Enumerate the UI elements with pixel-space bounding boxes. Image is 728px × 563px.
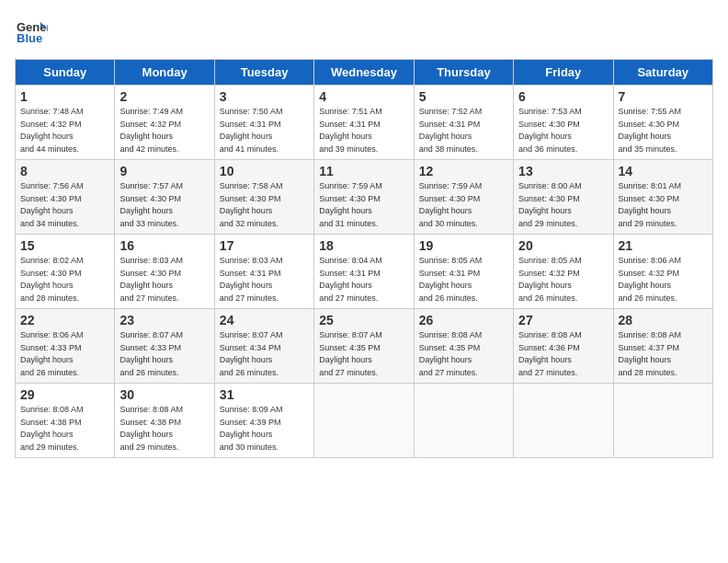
calendar-cell: 18 Sunrise: 8:04 AM Sunset: 4:31 PM Dayl… [314, 235, 414, 309]
calendar-cell: 10 Sunrise: 7:58 AM Sunset: 4:30 PM Dayl… [214, 160, 313, 235]
day-of-week-header: Sunday [16, 60, 115, 86]
calendar-cell: 30 Sunrise: 8:08 AM Sunset: 4:38 PM Dayl… [115, 384, 214, 458]
day-number: 14 [619, 164, 708, 178]
day-info: Sunrise: 7:59 AM Sunset: 4:30 PM Dayligh… [319, 180, 408, 230]
calendar-cell: 6 Sunrise: 7:53 AM Sunset: 4:30 PM Dayli… [514, 86, 613, 160]
calendar-cell: 27 Sunrise: 8:08 AM Sunset: 4:36 PM Dayl… [514, 309, 613, 384]
day-number: 21 [619, 238, 708, 253]
calendar-cell: 12 Sunrise: 7:59 AM Sunset: 4:30 PM Dayl… [414, 160, 513, 235]
calendar-cell: 22 Sunrise: 8:06 AM Sunset: 4:33 PM Dayl… [16, 309, 115, 384]
day-number: 29 [20, 387, 109, 402]
day-info: Sunrise: 7:51 AM Sunset: 4:31 PM Dayligh… [319, 106, 408, 155]
calendar-cell: 13 Sunrise: 8:00 AM Sunset: 4:30 PM Dayl… [514, 160, 613, 235]
day-number: 1 [20, 89, 109, 104]
day-info: Sunrise: 8:04 AM Sunset: 4:31 PM Dayligh… [319, 255, 408, 304]
day-number: 3 [220, 89, 309, 104]
day-of-week-header: Saturday [613, 60, 712, 86]
day-of-week-header: Monday [115, 60, 214, 86]
calendar-cell: 5 Sunrise: 7:52 AM Sunset: 4:31 PM Dayli… [414, 86, 513, 160]
calendar-cell: 25 Sunrise: 8:07 AM Sunset: 4:35 PM Dayl… [314, 309, 414, 384]
day-number: 4 [319, 89, 408, 104]
empty-cell [613, 384, 712, 458]
calendar-cell: 16 Sunrise: 8:03 AM Sunset: 4:30 PM Dayl… [115, 235, 214, 309]
day-number: 8 [20, 164, 109, 178]
calendar-cell: 4 Sunrise: 7:51 AM Sunset: 4:31 PM Dayli… [314, 86, 414, 160]
calendar-cell: 8 Sunrise: 7:56 AM Sunset: 4:30 PM Dayli… [16, 160, 115, 235]
day-number: 30 [119, 387, 209, 402]
day-info: Sunrise: 7:55 AM Sunset: 4:30 PM Dayligh… [619, 106, 708, 155]
calendar-cell: 21 Sunrise: 8:06 AM Sunset: 4:32 PM Dayl… [613, 235, 712, 309]
day-info: Sunrise: 8:08 AM Sunset: 4:38 PM Dayligh… [119, 404, 209, 454]
day-info: Sunrise: 8:03 AM Sunset: 4:31 PM Dayligh… [220, 255, 309, 304]
calendar-cell: 9 Sunrise: 7:57 AM Sunset: 4:30 PM Dayli… [115, 160, 214, 235]
calendar-cell: 15 Sunrise: 8:02 AM Sunset: 4:30 PM Dayl… [16, 235, 115, 309]
day-number: 7 [619, 89, 708, 104]
day-number: 10 [220, 164, 309, 178]
calendar-cell: 28 Sunrise: 8:08 AM Sunset: 4:37 PM Dayl… [613, 309, 712, 384]
day-number: 27 [518, 313, 608, 327]
day-number: 13 [518, 164, 608, 178]
calendar-cell: 31 Sunrise: 8:09 AM Sunset: 4:39 PM Dayl… [214, 384, 313, 458]
calendar-cell: 1 Sunrise: 7:48 AM Sunset: 4:32 PM Dayli… [16, 86, 115, 160]
calendar-cell: 26 Sunrise: 8:08 AM Sunset: 4:35 PM Dayl… [414, 309, 513, 384]
day-number: 18 [319, 238, 408, 253]
day-info: Sunrise: 7:59 AM Sunset: 4:30 PM Dayligh… [419, 180, 508, 230]
day-info: Sunrise: 8:07 AM Sunset: 4:33 PM Dayligh… [119, 329, 209, 379]
day-number: 17 [220, 238, 309, 253]
day-info: Sunrise: 7:48 AM Sunset: 4:32 PM Dayligh… [20, 106, 109, 155]
day-info: Sunrise: 8:06 AM Sunset: 4:32 PM Dayligh… [619, 255, 708, 304]
calendar-cell: 29 Sunrise: 8:08 AM Sunset: 4:38 PM Dayl… [16, 384, 115, 458]
day-of-week-header: Friday [514, 60, 613, 86]
day-number: 6 [518, 89, 608, 104]
calendar-cell: 11 Sunrise: 7:59 AM Sunset: 4:30 PM Dayl… [314, 160, 414, 235]
empty-cell [314, 384, 414, 458]
day-info: Sunrise: 8:08 AM Sunset: 4:38 PM Dayligh… [20, 404, 109, 454]
day-number: 31 [220, 387, 309, 402]
day-number: 26 [419, 313, 508, 327]
calendar-cell: 19 Sunrise: 8:05 AM Sunset: 4:31 PM Dayl… [414, 235, 513, 309]
day-number: 24 [220, 313, 309, 327]
day-number: 22 [20, 313, 109, 327]
day-info: Sunrise: 8:08 AM Sunset: 4:36 PM Dayligh… [518, 329, 608, 379]
day-number: 16 [119, 238, 209, 253]
day-info: Sunrise: 7:52 AM Sunset: 4:31 PM Dayligh… [419, 106, 508, 155]
day-info: Sunrise: 8:06 AM Sunset: 4:33 PM Dayligh… [20, 329, 109, 379]
day-info: Sunrise: 7:49 AM Sunset: 4:32 PM Dayligh… [119, 106, 209, 155]
calendar-header: SundayMondayTuesdayWednesdayThursdayFrid… [16, 60, 713, 86]
calendar-cell: 23 Sunrise: 8:07 AM Sunset: 4:33 PM Dayl… [115, 309, 214, 384]
calendar-cell: 24 Sunrise: 8:07 AM Sunset: 4:34 PM Dayl… [214, 309, 313, 384]
calendar-cell: 14 Sunrise: 8:01 AM Sunset: 4:30 PM Dayl… [613, 160, 712, 235]
day-info: Sunrise: 8:00 AM Sunset: 4:30 PM Dayligh… [518, 180, 608, 230]
day-info: Sunrise: 8:07 AM Sunset: 4:35 PM Dayligh… [319, 329, 408, 379]
day-info: Sunrise: 8:05 AM Sunset: 4:32 PM Dayligh… [518, 255, 608, 304]
day-number: 2 [119, 89, 209, 104]
calendar-cell: 3 Sunrise: 7:50 AM Sunset: 4:31 PM Dayli… [214, 86, 313, 160]
empty-cell [414, 384, 513, 458]
logo: General Blue [15, 15, 51, 48]
day-info: Sunrise: 8:03 AM Sunset: 4:30 PM Dayligh… [119, 255, 209, 304]
day-info: Sunrise: 8:09 AM Sunset: 4:39 PM Dayligh… [220, 404, 309, 454]
calendar-cell: 7 Sunrise: 7:55 AM Sunset: 4:30 PM Dayli… [613, 86, 712, 160]
day-info: Sunrise: 8:01 AM Sunset: 4:30 PM Dayligh… [619, 180, 708, 230]
logo-icon: General Blue [15, 15, 48, 48]
day-number: 9 [119, 164, 209, 178]
day-number: 23 [119, 313, 209, 327]
day-info: Sunrise: 7:56 AM Sunset: 4:30 PM Dayligh… [20, 180, 109, 230]
day-number: 25 [319, 313, 408, 327]
empty-cell [514, 384, 613, 458]
day-info: Sunrise: 7:50 AM Sunset: 4:31 PM Dayligh… [220, 106, 309, 155]
day-info: Sunrise: 8:02 AM Sunset: 4:30 PM Dayligh… [20, 255, 109, 304]
day-of-week-header: Wednesday [314, 60, 414, 86]
day-number: 19 [419, 238, 508, 253]
day-info: Sunrise: 8:08 AM Sunset: 4:35 PM Dayligh… [419, 329, 508, 379]
day-number: 20 [518, 238, 608, 253]
day-info: Sunrise: 8:08 AM Sunset: 4:37 PM Dayligh… [619, 329, 708, 379]
day-number: 28 [619, 313, 708, 327]
day-info: Sunrise: 8:05 AM Sunset: 4:31 PM Dayligh… [419, 255, 508, 304]
page-header: General Blue [15, 15, 713, 48]
day-of-week-header: Thursday [414, 60, 513, 86]
svg-text:Blue: Blue [17, 31, 42, 45]
day-info: Sunrise: 7:58 AM Sunset: 4:30 PM Dayligh… [220, 180, 309, 230]
day-of-week-header: Tuesday [214, 60, 313, 86]
calendar-cell: 2 Sunrise: 7:49 AM Sunset: 4:32 PM Dayli… [115, 86, 214, 160]
